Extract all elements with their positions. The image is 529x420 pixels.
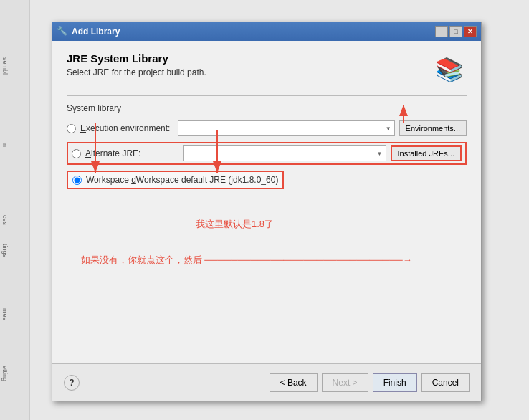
add-library-dialog: 🔧 Add Library ─ □ ✕ JRE System Library S… xyxy=(52,22,482,401)
installed-jres-button[interactable]: Installed JREs... xyxy=(391,145,462,161)
workspace-jre-text-1: Workspace xyxy=(86,175,131,185)
workspace-jre-radio[interactable] xyxy=(72,176,82,185)
maximize-button[interactable]: □ xyxy=(449,26,462,37)
dialog-title: JRE System Library xyxy=(67,52,206,65)
sidebar-text-3: ces xyxy=(1,215,9,225)
cancel-button[interactable]: Cancel xyxy=(421,373,470,392)
dialog-overlay: 🔧 Add Library ─ □ ✕ JRE System Library S… xyxy=(30,14,518,416)
workspace-jre-row: Workspace dWorkspace default JRE (jdk1.8… xyxy=(67,171,284,189)
workspace-jre-text-2: Workspace default JRE (jdk1.8.0_60) xyxy=(136,175,279,185)
finish-button[interactable]: Finish xyxy=(373,373,417,392)
alternate-jre-text: lternate JRE: xyxy=(91,148,140,158)
annotation-text-1: 我这里默认是1.8了 xyxy=(196,218,274,231)
execution-env-row: Execution environment: ▼ Environments... xyxy=(67,120,467,136)
execution-env-label: Execution environment: xyxy=(80,123,173,133)
system-library-label: System library xyxy=(67,103,467,113)
alternate-jre-label: Alternate JRE: xyxy=(85,148,178,158)
next-button[interactable]: Next > xyxy=(322,373,368,392)
header-divider xyxy=(67,95,467,96)
dialog-subtitle: Select JRE for the project build path. xyxy=(67,67,206,77)
alternate-jre-combo[interactable]: ▼ xyxy=(183,145,386,161)
sidebar-text-1: sembl xyxy=(1,57,9,75)
title-bar: 🔧 Add Library ─ □ ✕ xyxy=(52,22,481,41)
footer-buttons: < Back Next > Finish Cancel xyxy=(270,373,470,392)
alternate-jre-radio[interactable] xyxy=(72,149,81,158)
sidebar-text-2: n xyxy=(1,143,9,147)
alternate-jre-row: Alternate JRE: ▼ Installed JREs... xyxy=(67,142,467,165)
title-bar-text: Add Library xyxy=(72,27,120,37)
dialog-header-row: JRE System Library Select JRE for the pr… xyxy=(67,52,467,87)
workspace-jre-label: Workspace dWorkspace default JRE (jdk1.8… xyxy=(86,175,278,185)
title-bar-left: 🔧 Add Library xyxy=(57,26,120,37)
sidebar-text-5: mes xyxy=(1,308,9,320)
environments-button[interactable]: Environments... xyxy=(399,120,467,136)
title-bar-controls: ─ □ ✕ xyxy=(435,26,477,37)
dialog-title-icon: 🔧 xyxy=(57,26,68,37)
dialog-footer: ? < Back Next > Finish Cancel xyxy=(52,363,481,401)
sidebar-text-6: etting xyxy=(1,366,9,381)
execution-env-radio[interactable] xyxy=(67,124,76,133)
back-button[interactable]: < Back xyxy=(270,373,318,392)
execution-env-combo-arrow: ▼ xyxy=(386,125,391,132)
dialog-header: JRE System Library Select JRE for the pr… xyxy=(67,52,467,87)
ide-sidebar: sembl n ces tings mes etting xyxy=(0,0,30,420)
footer-left: ? xyxy=(64,375,80,391)
execution-env-text: xecution environment: xyxy=(86,123,170,133)
dialog-books-icon: 📚 xyxy=(432,52,467,87)
execution-env-combo[interactable]: ▼ xyxy=(178,120,395,136)
close-button[interactable]: ✕ xyxy=(464,26,477,37)
sidebar-text-4: tings xyxy=(1,244,9,257)
alternate-jre-underline: A xyxy=(85,148,91,158)
execution-env-underline: E xyxy=(80,123,86,133)
dialog-content: JRE System Library Select JRE for the pr… xyxy=(52,41,481,363)
minimize-button[interactable]: ─ xyxy=(435,26,448,37)
workspace-jre-underline: d xyxy=(131,175,136,185)
help-button[interactable]: ? xyxy=(64,375,80,391)
dialog-header-text: JRE System Library Select JRE for the pr… xyxy=(67,52,206,77)
alternate-jre-combo-arrow: ▼ xyxy=(377,151,383,157)
annotation-text-2: 如果没有，你就点这个，然后 ──────────────────────────… xyxy=(81,254,412,267)
